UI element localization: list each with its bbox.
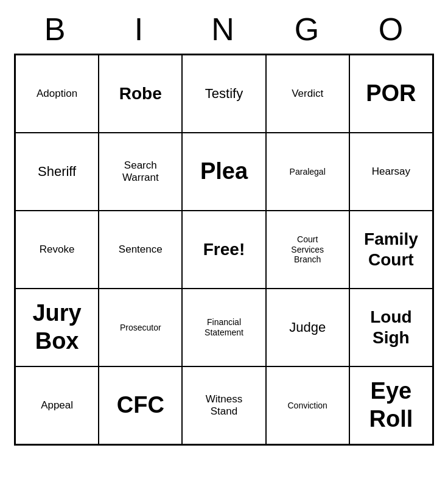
cell-label: Free! bbox=[203, 239, 245, 260]
bingo-cell[interactable]: Hearsay bbox=[349, 133, 433, 211]
bingo-cell[interactable]: Sentence bbox=[99, 211, 182, 289]
bingo-letter: O bbox=[355, 11, 429, 47]
bingo-letter: N bbox=[187, 11, 261, 47]
bingo-cell[interactable]: Adoption bbox=[15, 55, 99, 133]
cell-label: Robe bbox=[119, 83, 162, 104]
cell-label: POR bbox=[366, 80, 416, 108]
cell-label: SearchWarrant bbox=[122, 159, 159, 184]
bingo-cell[interactable]: Free! bbox=[182, 211, 265, 289]
bingo-cell[interactable]: CFC bbox=[99, 366, 182, 444]
cell-label: CFC bbox=[117, 391, 164, 419]
cell-label: Hearsay bbox=[372, 166, 410, 178]
bingo-cell[interactable]: WitnessStand bbox=[182, 366, 265, 444]
bingo-cell[interactable]: Testify bbox=[182, 55, 265, 133]
bingo-letter: B bbox=[19, 11, 93, 47]
cell-label: Judge bbox=[289, 320, 326, 335]
bingo-cell[interactable]: Prosecutor bbox=[99, 289, 182, 366]
cell-label: FinancialStatement bbox=[205, 317, 243, 338]
bingo-cell[interactable]: Conviction bbox=[266, 366, 349, 444]
bingo-cell[interactable]: SearchWarrant bbox=[99, 133, 182, 211]
bingo-cell[interactable]: Revoke bbox=[15, 211, 99, 289]
cell-label: Adoption bbox=[37, 88, 77, 100]
cell-label: LoudSigh bbox=[370, 307, 411, 348]
cell-label: Verdict bbox=[292, 88, 323, 100]
bingo-cell[interactable]: Paralegal bbox=[266, 133, 349, 211]
cell-label: EyeRoll bbox=[369, 377, 413, 433]
cell-label: Testify bbox=[205, 86, 243, 102]
bingo-cell[interactable]: Judge bbox=[266, 289, 349, 366]
bingo-cell[interactable]: Verdict bbox=[266, 55, 349, 133]
bingo-cell[interactable]: Plea bbox=[182, 133, 265, 211]
cell-label: FamilyCourt bbox=[364, 229, 418, 270]
cell-label: CourtServicesBranch bbox=[291, 234, 324, 265]
cell-label: JuryBox bbox=[32, 300, 81, 355]
bingo-cell[interactable]: Sheriff bbox=[15, 133, 99, 211]
bingo-cell[interactable]: POR bbox=[349, 55, 433, 133]
cell-label: Revoke bbox=[40, 244, 75, 256]
cell-label: Conviction bbox=[288, 401, 327, 411]
bingo-cell[interactable]: EyeRoll bbox=[349, 366, 433, 444]
bingo-cell[interactable]: FinancialStatement bbox=[182, 289, 265, 366]
bingo-letter: I bbox=[103, 11, 177, 47]
bingo-cell[interactable]: LoudSigh bbox=[349, 289, 433, 366]
cell-label: Sentence bbox=[119, 244, 163, 256]
cell-label: Paralegal bbox=[290, 167, 326, 177]
cell-label: Prosecutor bbox=[120, 323, 161, 333]
cell-label: WitnessStand bbox=[206, 393, 242, 418]
bingo-header: BINGO bbox=[14, 0, 434, 54]
cell-label: Appeal bbox=[41, 399, 73, 412]
bingo-grid: AdoptionRobeTestifyVerdictPORSheriffSear… bbox=[14, 54, 434, 446]
cell-label: Sheriff bbox=[38, 164, 76, 180]
bingo-cell[interactable]: JuryBox bbox=[15, 289, 99, 366]
cell-label: Plea bbox=[200, 158, 248, 186]
bingo-cell[interactable]: CourtServicesBranch bbox=[266, 211, 349, 289]
bingo-cell[interactable]: Appeal bbox=[15, 366, 99, 444]
bingo-cell[interactable]: FamilyCourt bbox=[349, 211, 433, 289]
bingo-letter: G bbox=[271, 11, 345, 47]
bingo-cell[interactable]: Robe bbox=[99, 55, 182, 133]
